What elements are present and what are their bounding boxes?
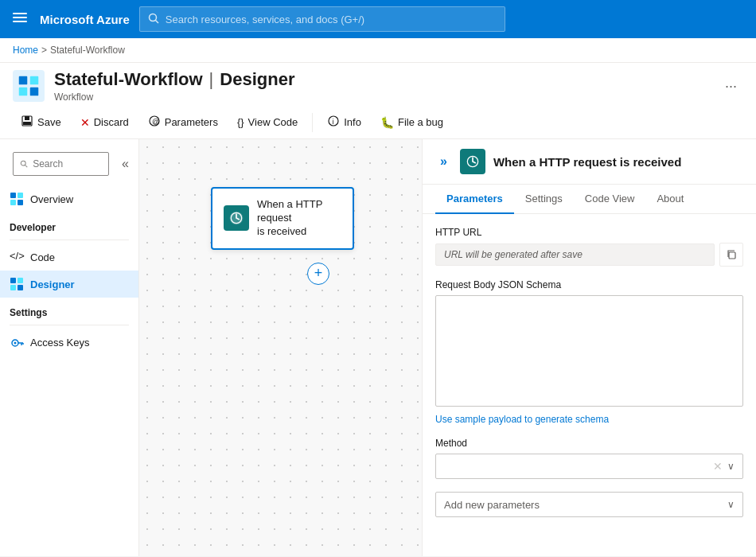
tab-code-view[interactable]: Code View bbox=[574, 185, 646, 214]
json-schema-field-row: Request Body JSON Schema Use sample payl… bbox=[435, 279, 743, 425]
sidebar-item-designer[interactable]: Designer bbox=[0, 271, 138, 298]
view-code-button[interactable]: {} View Code bbox=[229, 112, 306, 132]
http-url-label: HTTP URL bbox=[435, 227, 743, 238]
panel-content: HTTP URL URL will be generated after sav… bbox=[423, 214, 756, 556]
page-title-block: Stateful-Workflow | Designer Workflow bbox=[54, 69, 709, 103]
http-url-value: URL will be generated after save bbox=[435, 243, 715, 266]
sidebar-search-bar[interactable] bbox=[13, 152, 109, 176]
svg-text:@: @ bbox=[152, 118, 159, 126]
add-params-row[interactable]: Add new parameters ∨ bbox=[435, 492, 743, 517]
panel-node-icon bbox=[460, 149, 485, 174]
workflow-node-http-request[interactable]: When a HTTP request is received bbox=[211, 187, 354, 250]
svg-rect-8 bbox=[30, 88, 39, 96]
svg-rect-25 bbox=[18, 285, 23, 290]
sample-payload-link[interactable]: Use sample payload to generate schema bbox=[435, 414, 609, 425]
code-icon: </> bbox=[10, 250, 24, 264]
panel-title: When a HTTP request is received bbox=[493, 155, 681, 169]
toolbar-divider bbox=[312, 113, 313, 132]
bug-button[interactable]: 🐛 File a bug bbox=[372, 112, 451, 133]
sidebar-item-code[interactable]: </> Code bbox=[0, 243, 138, 271]
sidebar-item-access-keys[interactable]: Access Keys bbox=[0, 329, 138, 356]
page-more-icon[interactable]: ··· bbox=[719, 75, 743, 98]
bug-label: File a bug bbox=[398, 116, 443, 128]
settings-section-header: Settings bbox=[0, 298, 138, 321]
sidebar-divider-2 bbox=[10, 325, 129, 325]
svg-rect-1 bbox=[13, 17, 27, 18]
parameters-icon: @ bbox=[148, 115, 161, 130]
breadcrumb-workflow: Stateful-Workflow bbox=[50, 45, 125, 56]
sidebar-item-code-label: Code bbox=[30, 251, 55, 263]
svg-rect-21 bbox=[18, 200, 23, 205]
add-step-button[interactable]: + bbox=[307, 263, 329, 285]
view-code-label: View Code bbox=[248, 116, 298, 128]
svg-point-16 bbox=[21, 161, 25, 166]
svg-rect-18 bbox=[10, 193, 16, 198]
node-label: When a HTTP request is received bbox=[257, 198, 341, 239]
sidebar-nav: Overview Developer </> Code Desig bbox=[0, 185, 138, 556]
http-url-field-row: HTTP URL URL will be generated after sav… bbox=[435, 227, 743, 267]
method-chevron-icon[interactable]: ∨ bbox=[727, 461, 735, 472]
tab-parameters[interactable]: Parameters bbox=[435, 185, 514, 214]
copy-icon bbox=[726, 249, 737, 260]
sidebar-collapse-icon[interactable]: « bbox=[119, 154, 132, 174]
page-subtitle: Workflow bbox=[54, 92, 709, 103]
add-params-label: Add new parameters bbox=[444, 499, 727, 511]
svg-rect-10 bbox=[25, 116, 29, 120]
right-panel-header: » When a HTTP request is received bbox=[423, 139, 756, 185]
developer-section-header: Developer bbox=[0, 212, 138, 236]
breadcrumb: Home > Stateful-Workflow bbox=[0, 38, 756, 63]
svg-rect-11 bbox=[23, 122, 31, 125]
overview-icon bbox=[10, 192, 24, 206]
svg-rect-2 bbox=[13, 21, 27, 22]
svg-rect-24 bbox=[10, 285, 16, 290]
sidebar: « Overview Developer </> bbox=[0, 139, 139, 556]
panel-expand-icon[interactable]: » bbox=[435, 153, 452, 170]
svg-rect-23 bbox=[18, 278, 23, 283]
add-params-chevron-icon: ∨ bbox=[727, 499, 735, 510]
access-keys-icon bbox=[10, 335, 24, 349]
global-search-input[interactable] bbox=[166, 14, 497, 25]
json-schema-textarea[interactable] bbox=[435, 295, 743, 407]
page-designer-label: Designer bbox=[220, 69, 294, 90]
parameters-button[interactable]: @ Parameters bbox=[140, 111, 226, 134]
topbar: Microsoft Azure bbox=[0, 0, 756, 38]
svg-line-4 bbox=[155, 20, 158, 23]
sidebar-item-access-keys-label: Access Keys bbox=[30, 337, 89, 349]
tab-settings[interactable]: Settings bbox=[514, 185, 574, 214]
toolbar: Save ✕ Discard @ Parameters {} View Code… bbox=[0, 106, 756, 139]
save-button[interactable]: Save bbox=[13, 111, 69, 134]
info-label: Info bbox=[344, 116, 361, 128]
svg-text:i: i bbox=[333, 118, 334, 126]
workflow-icon bbox=[13, 70, 45, 102]
panel-tabs: Parameters Settings Code View About bbox=[423, 185, 756, 214]
search-icon bbox=[148, 13, 159, 26]
discard-button[interactable]: ✕ Discard bbox=[72, 112, 137, 133]
brand-name: Microsoft Azure bbox=[40, 13, 130, 26]
breadcrumb-home[interactable]: Home bbox=[13, 45, 38, 56]
svg-line-17 bbox=[25, 165, 27, 167]
sidebar-item-overview[interactable]: Overview bbox=[0, 185, 138, 212]
discard-label: Discard bbox=[94, 116, 129, 128]
method-label: Method bbox=[435, 438, 743, 449]
svg-rect-22 bbox=[10, 278, 16, 283]
svg-rect-19 bbox=[18, 193, 23, 198]
bug-icon: 🐛 bbox=[380, 116, 394, 129]
designer-icon bbox=[10, 277, 24, 291]
hamburger-icon[interactable] bbox=[10, 7, 30, 32]
svg-rect-0 bbox=[13, 13, 27, 14]
method-field-row: Method ✕ ∨ bbox=[435, 438, 743, 479]
svg-rect-6 bbox=[30, 76, 39, 85]
sidebar-item-designer-label: Designer bbox=[30, 278, 75, 290]
copy-url-button[interactable] bbox=[719, 243, 743, 267]
method-clear-icon[interactable]: ✕ bbox=[713, 460, 723, 473]
sidebar-divider-1 bbox=[10, 240, 129, 240]
tab-about[interactable]: About bbox=[645, 185, 695, 214]
canvas-area[interactable]: When a HTTP request is received + bbox=[139, 139, 422, 556]
breadcrumb-separator: > bbox=[41, 45, 47, 56]
svg-point-3 bbox=[149, 14, 156, 21]
sidebar-search-input[interactable] bbox=[33, 158, 102, 169]
info-button[interactable]: i Info bbox=[319, 111, 369, 134]
method-dropdown[interactable]: ✕ ∨ bbox=[435, 454, 743, 479]
svg-rect-20 bbox=[10, 200, 16, 205]
global-search-bar[interactable] bbox=[139, 6, 505, 32]
